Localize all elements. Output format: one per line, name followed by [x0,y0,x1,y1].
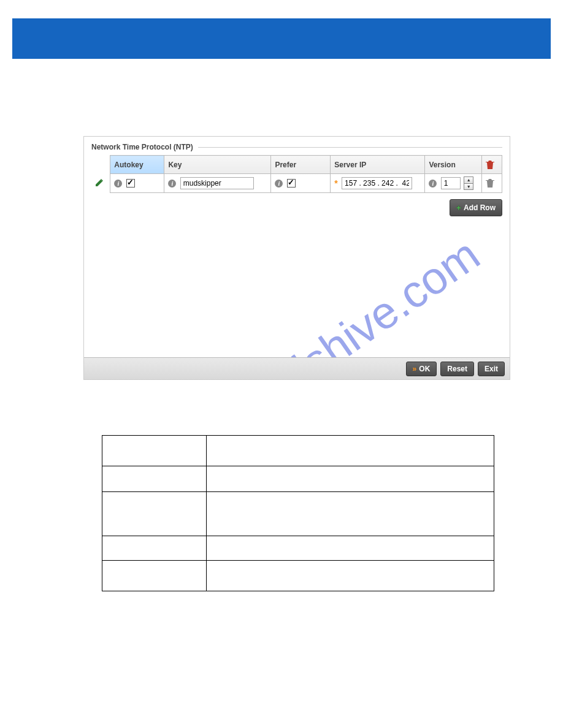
key-input[interactable] [180,177,254,189]
add-row-label: Add Row [464,203,496,212]
row-delete-cell[interactable] [481,174,502,193]
col-server-header[interactable]: Server IP [331,156,425,174]
description-table-wrap [102,435,494,591]
panel-footer: » OK Reset Exit [84,357,510,379]
desc-value-cell [207,492,494,536]
desc-value-cell [207,466,494,492]
desc-row [102,536,494,561]
key-cell: i [164,174,271,193]
server-ip-input[interactable] [342,177,412,189]
plus-icon: + [456,203,461,213]
col-autokey-header[interactable]: Autokey [110,156,164,174]
desc-desc-header [207,436,494,466]
version-cell: i ▲ ▼ [425,174,481,193]
ntp-table: Autokey Key Prefer Server IP Version [91,155,502,193]
prefer-checkbox[interactable] [287,179,296,188]
info-icon[interactable]: i [275,180,283,188]
server-ip-cell: * [331,174,425,193]
watermark: manualshive.com [170,220,501,357]
desc-row [102,561,494,591]
description-table [102,435,494,591]
col-delete-all-header[interactable] [481,156,502,174]
desc-header-row [102,436,494,466]
exit-label: Exit [484,365,498,373]
panel-title-divider [198,147,502,148]
pencil-icon [95,178,104,189]
add-row-wrap: + Add Row [91,199,502,216]
add-row-button[interactable]: + Add Row [450,199,502,216]
exit-button[interactable]: Exit [478,362,505,376]
version-spinner: ▲ ▼ [464,176,473,190]
info-icon[interactable]: i [114,180,122,188]
desc-row [102,492,494,536]
ntp-row: i i i * i [91,174,502,193]
trash-icon [486,178,494,188]
trash-all-icon [486,160,494,170]
desc-value-cell [207,536,494,561]
desc-param-cell [102,561,207,591]
row-edit-cell[interactable] [91,174,110,193]
info-icon[interactable]: i [168,180,176,188]
desc-row [102,466,494,492]
ok-button[interactable]: » OK [406,362,437,376]
panel-title-row: Network Time Protocol (NTP) [91,143,502,151]
prefer-cell: i [271,174,331,193]
col-key-header[interactable]: Key [164,156,271,174]
ntp-header-row: Autokey Key Prefer Server IP Version [91,156,502,174]
desc-param-cell [102,466,207,492]
ok-label: OK [419,365,430,373]
col-prefer-header[interactable]: Prefer [271,156,331,174]
info-icon[interactable]: i [429,180,437,188]
col-edit-header [91,156,110,174]
col-version-header[interactable]: Version [425,156,481,174]
top-banner [12,18,551,59]
version-input[interactable] [441,177,461,189]
required-star-icon: * [334,178,337,188]
desc-param-header [102,436,207,466]
spinner-up-button[interactable]: ▲ [464,177,473,183]
autokey-checkbox[interactable] [126,179,135,188]
ntp-panel: Network Time Protocol (NTP) Autokey Key … [83,136,510,380]
desc-param-cell [102,536,207,561]
panel-title: Network Time Protocol (NTP) [91,143,193,151]
desc-param-cell [102,492,207,536]
desc-value-cell [207,561,494,591]
reset-button[interactable]: Reset [440,362,474,376]
autokey-cell: i [110,174,164,193]
panel-body: Network Time Protocol (NTP) Autokey Key … [84,137,510,357]
reset-label: Reset [447,365,467,373]
spinner-down-button[interactable]: ▼ [464,183,473,189]
chevron-icon: » [413,365,417,373]
